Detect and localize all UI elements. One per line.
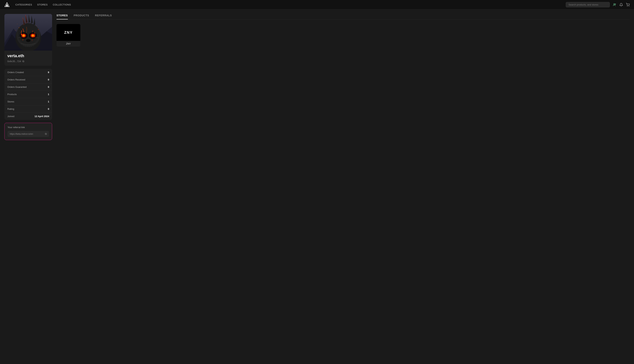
svg-point-38 <box>34 36 35 37</box>
referral-title: Your referral link <box>8 126 49 129</box>
svg-point-43 <box>17 24 18 24</box>
svg-point-7 <box>627 6 627 6</box>
svg-point-8 <box>629 6 629 6</box>
stat-value: 0 <box>48 78 49 81</box>
stat-row: Products1 <box>5 91 52 98</box>
stat-row: Orders Created9 <box>5 69 52 76</box>
stat-row: Rating0 <box>5 106 52 113</box>
stat-row: Orders Received0 <box>5 76 52 84</box>
tab-stores[interactable]: STORES <box>57 14 68 20</box>
profile-info: verta.eth 0x9c35...724 ⧉ <box>5 50 52 66</box>
store-grid: ZNY ZNY <box>57 24 629 46</box>
profile-avatar <box>5 14 52 50</box>
stat-label: Orders Created <box>7 71 24 74</box>
logo-icon <box>5 2 10 7</box>
navbar: CATEGORIES STORES COLLECTIONS <box>0 0 634 10</box>
store-logo: ZNY <box>57 24 80 41</box>
store-logo-text: ZNY <box>64 30 73 35</box>
stat-label: Stores <box>7 100 14 103</box>
copy-referral-button[interactable]: ⧉ <box>45 132 47 136</box>
stat-value: 9 <box>48 71 49 74</box>
nav-links: CATEGORIES STORES COLLECTIONS <box>16 3 71 6</box>
stat-row: Joined12 April 2024 <box>5 113 52 120</box>
logo[interactable] <box>5 2 10 7</box>
svg-point-29 <box>32 35 34 36</box>
referral-link-text: https://beta.melcor.io/en <box>10 133 33 135</box>
svg-point-42 <box>38 29 39 30</box>
stat-row: Orders Guaranted0 <box>5 84 52 91</box>
avatar-artwork <box>5 14 52 50</box>
svg-point-40 <box>36 26 37 26</box>
tab-referrals[interactable]: REFERRALS <box>95 14 112 20</box>
svg-point-37 <box>21 34 22 35</box>
svg-point-30 <box>26 39 31 42</box>
cart-icon[interactable] <box>626 3 629 6</box>
svg-point-28 <box>23 35 25 36</box>
stats-card: Orders Created9Orders Received0Orders Gu… <box>5 69 52 120</box>
nav-stores[interactable]: STORES <box>37 3 48 6</box>
content-tabs: STORES PRODUCTS REFERRALS <box>57 14 629 20</box>
stat-value: 1 <box>48 93 49 96</box>
bell-icon[interactable] <box>619 3 623 6</box>
copy-address-button[interactable]: ⧉ <box>22 60 24 63</box>
stat-label: Orders Received <box>7 78 25 81</box>
stat-value: 0 <box>48 86 49 88</box>
nav-collections[interactable]: COLLECTIONS <box>53 3 71 6</box>
svg-point-41 <box>15 30 16 30</box>
stat-row: Stores1 <box>5 98 52 106</box>
address-text: 0x9c35...724 <box>7 60 21 63</box>
user-icon[interactable] <box>613 3 616 6</box>
tab-products[interactable]: PRODUCTS <box>74 14 89 20</box>
main-layout: verta.eth 0x9c35...724 ⧉ Orders Created9… <box>0 10 634 144</box>
sidebar: verta.eth 0x9c35...724 ⧉ Orders Created9… <box>5 14 52 140</box>
stat-value: 1 <box>48 100 49 103</box>
svg-point-39 <box>19 28 20 28</box>
store-card-zny[interactable]: ZNY ZNY <box>57 24 80 46</box>
svg-point-2 <box>614 4 615 5</box>
stat-label: Joined <box>7 115 14 118</box>
nav-categories[interactable]: CATEGORIES <box>16 3 32 6</box>
store-name: ZNY <box>57 41 80 46</box>
stat-value: 12 April 2024 <box>35 115 49 118</box>
search-input[interactable] <box>566 2 610 7</box>
content-area: STORES PRODUCTS REFERRALS ZNY ZNY <box>57 14 629 46</box>
referral-card: Your referral link https://beta.melcor.i… <box>5 123 52 140</box>
stat-label: Products <box>7 93 17 96</box>
stat-label: Rating <box>7 108 14 110</box>
referral-link-row: https://beta.melcor.io/en ⧉ <box>8 131 49 137</box>
profile-address-row: 0x9c35...724 ⧉ <box>7 60 49 63</box>
navbar-right <box>566 2 629 7</box>
stat-label: Orders Guaranted <box>7 86 27 88</box>
profile-card: verta.eth 0x9c35...724 ⧉ <box>5 14 52 66</box>
stat-value: 0 <box>48 108 49 110</box>
profile-username: verta.eth <box>7 54 49 58</box>
